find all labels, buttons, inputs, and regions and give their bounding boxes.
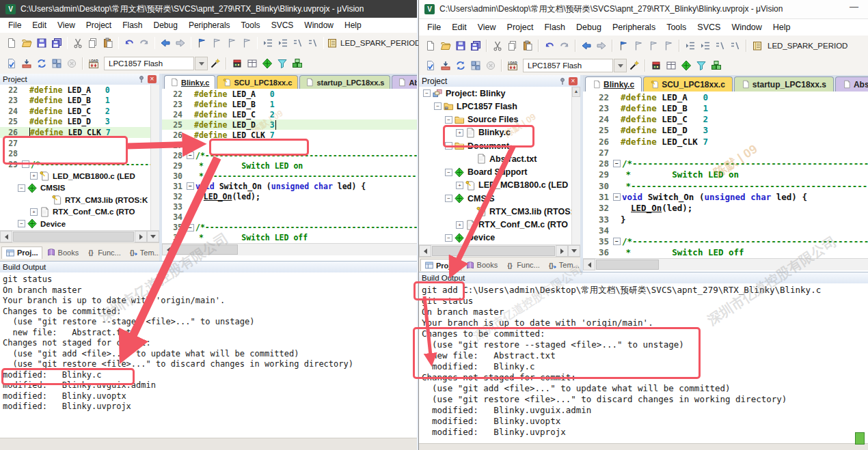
menu-item[interactable]: Help	[768, 23, 796, 32]
project-vertical-scrollbar[interactable]	[150, 85, 159, 230]
navigate-back-icon[interactable]	[579, 38, 594, 53]
menu-item[interactable]: SVCS	[692, 23, 726, 32]
fold-marker-icon[interactable]: −	[187, 182, 194, 190]
bookmark-next-icon[interactable]	[646, 38, 661, 53]
editor-tab[interactable]: Blinky.c	[585, 76, 642, 92]
bookmark-toggle-icon[interactable]	[616, 38, 631, 53]
uncomment-selection-icon[interactable]	[306, 36, 321, 51]
open-file-icon[interactable]	[438, 38, 453, 53]
pack-installer-icon[interactable]	[290, 56, 305, 71]
select-software-packs-icon[interactable]	[694, 58, 709, 73]
title-bar[interactable]: V C:\Users\admin\Desktop\常用文档\预研类\SVCS\a…	[0, 0, 417, 18]
menu-item[interactable]: View	[472, 23, 502, 32]
code-area[interactable]: 22#define LED_A 023#define LED_B 124#def…	[162, 89, 417, 243]
navigate-forward-icon[interactable]	[173, 36, 188, 51]
cut-icon[interactable]	[70, 36, 85, 51]
scroll-down-button[interactable]	[568, 245, 580, 257]
panel-tab[interactable]: Proj...	[1, 247, 42, 259]
menu-item[interactable]: View	[52, 20, 81, 30]
scroll-down-button[interactable]	[147, 231, 159, 242]
menu-item[interactable]: Project	[502, 23, 539, 32]
panel-tab[interactable]: Tem...	[125, 247, 164, 258]
indent-icon[interactable]	[698, 38, 713, 53]
panel-tab[interactable]: Tem...	[544, 259, 583, 271]
rebuild-icon[interactable]	[34, 56, 49, 71]
batch-build-icon[interactable]	[49, 56, 64, 71]
pack-installer-icon[interactable]	[709, 58, 724, 73]
expand-icon[interactable]: +	[456, 129, 463, 137]
menu-item[interactable]: Peripherals	[607, 23, 661, 32]
panel-tab[interactable]: Books	[43, 247, 83, 258]
minimize-button[interactable]: —	[850, 1, 858, 12]
expand-icon[interactable]: +	[30, 172, 38, 180]
save-icon[interactable]	[453, 38, 468, 53]
expand-icon[interactable]: −	[445, 142, 452, 150]
translate-icon[interactable]	[423, 58, 438, 73]
editor-tab[interactable]: SCU_LPC18xx.c	[643, 76, 733, 92]
code-area[interactable]: 22#define LED_A 023#define LED_B 124#def…	[583, 92, 868, 258]
tree-item[interactable]: −Board Support	[419, 166, 572, 179]
fold-marker-icon[interactable]: −	[613, 160, 621, 167]
target-select-dropdown-button[interactable]	[614, 59, 627, 72]
copy-icon[interactable]	[505, 38, 520, 53]
bookmark-next-icon[interactable]	[224, 36, 239, 51]
cut-icon[interactable]	[490, 38, 505, 53]
editor-tab[interactable]: Blinky.c	[164, 75, 215, 89]
expand-icon[interactable]: −	[445, 234, 452, 242]
editor-tab[interactable]: startup_LPC18xx.s	[734, 76, 834, 92]
tree-item[interactable]: −Document	[419, 139, 572, 152]
navigate-forward-icon[interactable]	[594, 38, 609, 53]
expand-icon[interactable]: −	[445, 195, 452, 202]
unindent-icon[interactable]	[683, 38, 698, 53]
pin-icon[interactable]	[558, 77, 567, 85]
undo-icon[interactable]	[122, 36, 137, 51]
menu-item[interactable]: Tools	[661, 23, 692, 32]
expand-icon[interactable]: −	[445, 116, 452, 124]
comment-selection-icon[interactable]	[290, 36, 306, 51]
build-output[interactable]: git add C:\Users\admin\Desktop\常用文档\预研类\…	[419, 283, 868, 445]
mini-code-editor[interactable]: 22#define LED_A 023#define LED_B 124#def…	[0, 85, 151, 170]
tree-item[interactable]: RTX_CM3.lib (RTOS:K	[419, 205, 572, 218]
stop-build-icon[interactable]	[64, 56, 79, 71]
rebuild-icon[interactable]	[453, 58, 468, 73]
scroll-right-button[interactable]	[135, 231, 147, 242]
target-select[interactable]: LPC1857 Flash	[104, 57, 194, 70]
paste-icon[interactable]	[100, 36, 116, 51]
manage-multi-project-icon[interactable]	[245, 56, 260, 71]
tree-item[interactable]: +Blinky.c	[419, 126, 572, 139]
flash-configure-icon[interactable]	[649, 58, 664, 73]
editor-tab[interactable]: startup_LPC18xx.s	[299, 75, 390, 89]
bookmark-toggle-icon[interactable]	[194, 36, 209, 51]
options-for-target-icon[interactable]	[627, 58, 642, 73]
copy-icon[interactable]	[85, 36, 100, 51]
menu-item[interactable]: Project	[81, 20, 117, 30]
redo-icon[interactable]	[137, 36, 152, 51]
menu-item[interactable]: File	[422, 23, 446, 32]
project-vertical-scrollbar[interactable]: ▲	[571, 87, 580, 244]
menu-item[interactable]: Debug	[571, 23, 607, 32]
bookmark-prev-icon[interactable]	[209, 36, 224, 51]
bookmark-clear-icon[interactable]	[661, 38, 676, 53]
notebook-icon[interactable]	[750, 38, 765, 53]
batch-build-icon[interactable]	[468, 58, 483, 73]
menu-item[interactable]: Window	[299, 20, 339, 30]
select-software-packs-icon[interactable]	[275, 56, 290, 71]
manage-run-time-environment-icon[interactable]	[679, 58, 694, 73]
new-file-icon[interactable]	[4, 36, 19, 51]
tree-item[interactable]: −Device	[0, 218, 151, 230]
expand-icon[interactable]: −	[445, 169, 452, 176]
expand-icon[interactable]: +	[456, 221, 463, 229]
tree-item[interactable]: Abstract.txt	[419, 152, 572, 165]
editor-horizontal-scrollbar[interactable]	[583, 258, 868, 270]
tree-item[interactable]: −Project: Blinky	[419, 87, 572, 100]
menu-item[interactable]: Edit	[446, 23, 472, 32]
expand-icon[interactable]: +	[456, 182, 463, 189]
scroll-left-button[interactable]	[419, 245, 431, 257]
translate-icon[interactable]	[4, 56, 19, 71]
close-icon[interactable]: ×	[148, 75, 157, 83]
menu-item[interactable]: File	[3, 20, 27, 30]
panel-tab[interactable]: Proj...	[420, 259, 461, 271]
tree-item[interactable]: +RTX_Conf_CM.c (RTO	[419, 219, 572, 231]
tree-item[interactable]: +RTX_Conf_CM.c (RTO	[0, 206, 151, 219]
editor-tab[interactable]: Abstract.txt	[392, 75, 417, 89]
